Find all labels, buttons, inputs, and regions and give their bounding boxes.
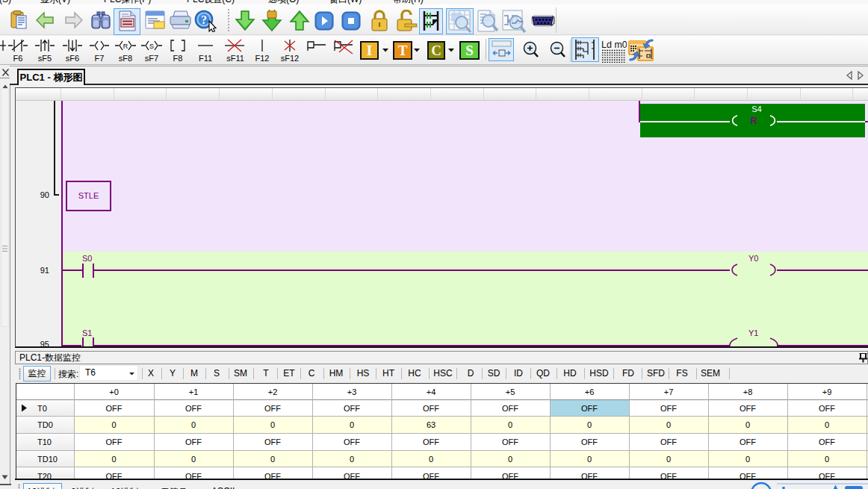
- svg-text:?: ?: [201, 13, 207, 26]
- svg-text:S: S: [149, 43, 154, 50]
- svg-text:R: R: [123, 43, 128, 50]
- svg-text:Ld m0: Ld m0: [601, 40, 627, 50]
